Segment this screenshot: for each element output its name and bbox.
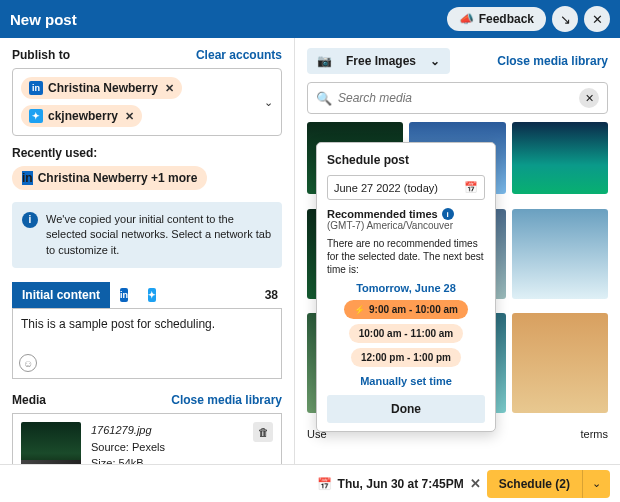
info-banner-text: We've copied your initial content to the…	[46, 212, 272, 258]
accounts-select[interactable]: in Christina Newberry ✕ ✦ ckjnewberry ✕ …	[12, 68, 282, 136]
remove-account-icon[interactable]: ✕	[125, 110, 134, 123]
feedback-button[interactable]: 📣 Feedback	[447, 7, 546, 31]
gallery-image[interactable]	[512, 313, 608, 413]
time-slot-best[interactable]: ⚡ 9:00 am - 10:00 am	[344, 300, 468, 319]
calendar-icon: 📅	[464, 181, 478, 194]
clear-search-button[interactable]: ✕	[579, 88, 599, 108]
linkedin-icon: in	[22, 171, 33, 185]
media-head: Media Close media library	[12, 393, 282, 407]
next-date-label: Tomorrow, June 28	[327, 282, 485, 294]
account-pill[interactable]: ✦ ckjnewberry ✕	[21, 105, 142, 127]
tab-initial-content[interactable]: Initial content	[12, 282, 110, 308]
emoji-picker-button[interactable]: ☺	[19, 354, 37, 372]
manual-time-link[interactable]: Manually set time	[327, 375, 485, 387]
tab-linkedin[interactable]: in	[110, 282, 138, 308]
media-label: Media	[12, 393, 46, 407]
scheduled-date-text: Thu, Jun 30 at 7:45PM	[338, 477, 464, 491]
free-images-label: Free Images	[346, 54, 416, 68]
terms-link[interactable]: terms	[581, 428, 609, 440]
recent-account-text: Christina Newberry +1 more	[38, 171, 198, 185]
info-icon[interactable]: i	[442, 208, 454, 220]
time-slot[interactable]: 10:00 am - 11:00 am	[349, 324, 464, 343]
linkedin-icon: in	[29, 81, 43, 95]
topbar: New post 📣 Feedback ↘ ✕	[0, 0, 620, 38]
chevron-down-icon[interactable]: ⌄	[264, 96, 273, 109]
timezone-label: (GMT-7) America/Vancouver	[327, 220, 485, 231]
search-media-input[interactable]	[338, 91, 573, 105]
schedule-button[interactable]: Schedule (2)	[487, 470, 582, 498]
schedule-popup: Schedule post June 27 2022 (today) 📅 Rec…	[316, 142, 496, 432]
gallery-image[interactable]	[512, 122, 608, 194]
time-slot-label: 9:00 am - 10:00 am	[369, 304, 458, 315]
recommended-times-label: Recommended times i	[327, 208, 485, 220]
library-head: 📷 Free Images ⌄ Close media library	[307, 48, 608, 74]
char-count: 38	[265, 288, 282, 302]
free-images-dropdown[interactable]: 📷 Free Images ⌄	[307, 48, 450, 74]
done-button[interactable]: Done	[327, 395, 485, 423]
twitter-icon: ✦	[29, 109, 43, 123]
clear-date-icon[interactable]: ✕	[470, 476, 481, 491]
remove-account-icon[interactable]: ✕	[165, 82, 174, 95]
media-source: Source: Pexels	[91, 439, 243, 456]
account-pill[interactable]: in Christina Newberry ✕	[21, 77, 182, 99]
time-slot[interactable]: 12:00 pm - 1:00 pm	[351, 348, 461, 367]
clear-accounts-link[interactable]: Clear accounts	[196, 48, 282, 62]
search-media-box[interactable]: 🔍 ✕	[307, 82, 608, 114]
recent-label: Recently used:	[12, 146, 282, 160]
popup-title: Schedule post	[327, 153, 485, 167]
camera-icon: 📷	[317, 54, 332, 68]
tab-twitter[interactable]: ✦	[138, 282, 166, 308]
post-textarea[interactable]: This is a sample post for scheduling. ☺	[12, 309, 282, 379]
post-text: This is a sample post for scheduling.	[21, 317, 215, 331]
close-media-link[interactable]: Close media library	[171, 393, 282, 407]
recent-account-pill[interactable]: in Christina Newberry +1 more	[12, 166, 207, 190]
calendar-icon: 📅	[317, 477, 332, 491]
delete-media-button[interactable]: 🗑	[253, 422, 273, 442]
no-recommended-text: There are no recommended times for the s…	[327, 237, 485, 276]
page-title: New post	[10, 11, 77, 28]
schedule-date-value: June 27 2022 (today)	[334, 182, 438, 194]
account-name: Christina Newberry	[48, 81, 158, 95]
feedback-label: Feedback	[479, 12, 534, 26]
close-button[interactable]: ✕	[584, 6, 610, 32]
scheduled-date-chip[interactable]: 📅 Thu, Jun 30 at 7:45PM ✕	[317, 476, 481, 491]
gallery-image[interactable]	[512, 209, 608, 299]
schedule-date-input[interactable]: June 27 2022 (today) 📅	[327, 175, 485, 200]
megaphone-icon: 📣	[459, 12, 474, 26]
info-icon: i	[22, 212, 38, 228]
bottombar: 📅 Thu, Jun 30 at 7:45PM ✕ Schedule (2) ⌄	[0, 464, 620, 502]
tabs-left: Initial content in ✦	[12, 282, 166, 308]
left-column: Publish to Clear accounts in Christina N…	[0, 38, 295, 502]
info-banner: i We've copied your initial content to t…	[12, 202, 282, 268]
publish-label: Publish to	[12, 48, 70, 62]
schedule-more-button[interactable]: ⌄	[582, 470, 610, 498]
bolt-icon: ⚡	[354, 305, 365, 315]
close-library-link[interactable]: Close media library	[497, 54, 608, 68]
minimize-button[interactable]: ↘	[552, 6, 578, 32]
search-icon: 🔍	[316, 91, 332, 106]
media-filename: 1761279.jpg	[91, 422, 243, 439]
main: Publish to Clear accounts in Christina N…	[0, 38, 620, 502]
publish-head: Publish to Clear accounts	[12, 48, 282, 62]
topbar-actions: 📣 Feedback ↘ ✕	[447, 6, 610, 32]
account-name: ckjnewberry	[48, 109, 118, 123]
composer-tabs: Initial content in ✦ 38	[12, 282, 282, 309]
time-slots: ⚡ 9:00 am - 10:00 am 10:00 am - 11:00 am…	[327, 300, 485, 367]
chevron-down-icon: ⌄	[430, 54, 440, 68]
